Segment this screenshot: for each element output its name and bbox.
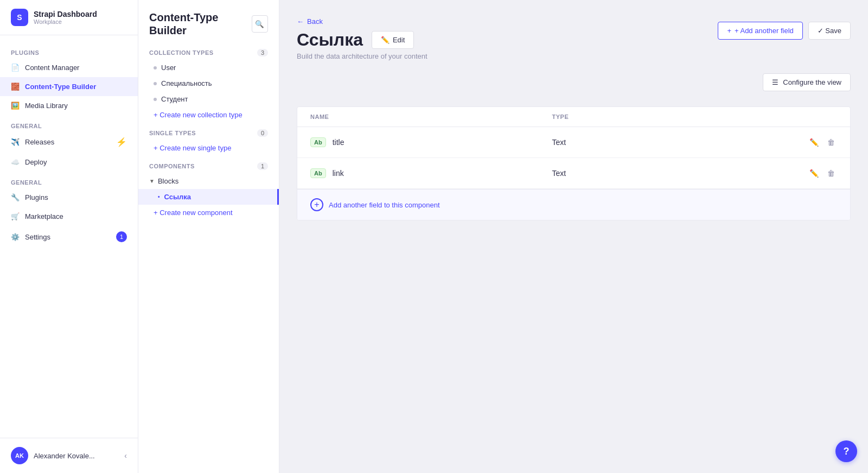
list-icon: ☰	[772, 78, 778, 86]
configure-view-button[interactable]: ☰ Configure the view	[763, 73, 851, 91]
sidebar-nav: PLUGINS 📄 Content Manager 🧱 Content-Type…	[0, 35, 138, 438]
blocks-group-toggle[interactable]: ▼ Blocks	[138, 173, 279, 189]
add-another-field-button[interactable]: + + Add another field	[718, 22, 802, 40]
middle-panel-nav: COLLECTION TYPES 3 User Специальность Ст…	[138, 42, 279, 473]
search-icon: 🔍	[255, 20, 264, 28]
app-workspace: Workplace	[34, 18, 97, 25]
sidebar-item-media-library[interactable]: 🖼️ Media Library	[0, 96, 138, 115]
single-types-label: SINGLE TYPES	[149, 130, 196, 136]
page-subtitle: Build the data architecture of your cont…	[297, 52, 427, 60]
add-field-to-component-label: Add another field to this component	[329, 201, 440, 209]
edit-field-title-button[interactable]: ✏️	[807, 136, 821, 149]
components-section: COMPONENTS 1	[138, 156, 279, 173]
plugins-icon: 🔧	[11, 193, 20, 201]
collection-type-specialnost[interactable]: Специальность	[138, 75, 279, 91]
type-column-header: TYPE	[552, 113, 794, 120]
general-section-label: GENERAL	[0, 115, 138, 131]
collection-type-student[interactable]: Студент	[138, 91, 279, 107]
create-single-type-link[interactable]: + Create new single type	[138, 140, 279, 156]
edit-field-link-button[interactable]: ✏️	[807, 167, 821, 180]
field-name-link: link	[333, 169, 344, 178]
sidebar-collapse-icon[interactable]: ‹	[124, 451, 127, 460]
sidebar-header: S Strapi Dashboard Workplace	[0, 0, 138, 35]
search-button[interactable]: 🔍	[252, 15, 268, 33]
create-collection-type-link[interactable]: + Create new collection type	[138, 107, 279, 123]
table-header: NAME TYPE	[297, 107, 850, 127]
actions-column-header	[794, 113, 837, 120]
settings-badge: 1	[116, 231, 127, 242]
middle-panel-header: Content-Type Builder 🔍	[138, 0, 279, 42]
media-library-icon: 🖼️	[11, 102, 20, 110]
settings-icon: ⚙️	[11, 233, 20, 241]
add-circle-icon: +	[310, 198, 323, 211]
single-types-section: SINGLE TYPES 0	[138, 123, 279, 140]
sidebar-item-content-manager[interactable]: 📄 Content Manager	[0, 58, 138, 77]
save-button[interactable]: ✓ Save	[808, 22, 851, 40]
middle-panel: Content-Type Builder 🔍 COLLECTION TYPES …	[138, 0, 279, 473]
field-type-title: Text	[552, 138, 794, 147]
collection-types-section: COLLECTION TYPES 3	[138, 42, 279, 60]
bullet-icon	[154, 66, 157, 70]
deploy-icon: ☁️	[11, 158, 20, 166]
content-manager-icon: 📄	[11, 64, 20, 72]
create-component-link[interactable]: + Create new component	[138, 205, 279, 220]
user-name: Alexander Kovale...	[34, 452, 119, 460]
plus-icon: +	[727, 27, 731, 35]
releases-icon: ✈️	[11, 138, 20, 146]
row-actions-link: ✏️ 🗑	[794, 167, 837, 180]
sidebar-item-content-type-builder[interactable]: 🧱 Content-Type Builder	[0, 77, 138, 96]
lightning-icon: ⚡	[116, 137, 127, 147]
sidebar-footer: AK Alexander Kovale... ‹	[0, 438, 138, 473]
main-content: ← Back Ссылка ✏️ Edit Build the data arc…	[279, 0, 868, 473]
page-title: Ссылка	[297, 30, 363, 50]
middle-panel-title: Content-Type Builder	[149, 11, 252, 37]
components-label: COMPONENTS	[149, 163, 195, 169]
field-type-link: Text	[552, 169, 794, 178]
sidebar: S Strapi Dashboard Workplace PLUGINS 📄 C…	[0, 0, 138, 473]
sidebar-item-deploy[interactable]: ☁️ Deploy	[0, 153, 138, 172]
content-type-builder-icon: 🧱	[11, 83, 20, 91]
sidebar-item-releases[interactable]: ✈️ Releases ⚡	[0, 131, 138, 153]
content-table: NAME TYPE Ab title Text ✏️ 🗑 Ab link Tex…	[297, 106, 851, 220]
single-types-count: 0	[257, 129, 268, 137]
sidebar-item-marketplace[interactable]: 🛒 Marketplace	[0, 207, 138, 226]
row-actions-title: ✏️ 🗑	[794, 136, 837, 149]
sidebar-item-settings[interactable]: ⚙️ Settings 1	[0, 226, 138, 248]
field-name-cell-title: Ab title	[310, 137, 552, 147]
collection-types-count: 3	[257, 49, 268, 56]
collection-types-label: COLLECTION TYPES	[149, 49, 214, 56]
name-column-header: NAME	[310, 113, 552, 120]
field-badge-title: Ab	[310, 137, 326, 147]
general2-section-label: GENERAL	[0, 172, 138, 188]
delete-field-link-button[interactable]: 🗑	[825, 167, 837, 180]
edit-icon: ✏️	[381, 36, 390, 44]
app-name: Strapi Dashboard	[34, 10, 97, 18]
table-row: Ab title Text ✏️ 🗑	[297, 127, 850, 158]
plugins-section-label: PLUGINS	[0, 42, 138, 58]
header-actions: + + Add another field ✓ Save	[718, 22, 851, 40]
sidebar-item-plugins[interactable]: 🔧 Plugins	[0, 188, 138, 207]
edit-button[interactable]: ✏️ Edit	[372, 31, 414, 49]
app-logo: S	[11, 9, 28, 26]
user-avatar: AK	[11, 447, 28, 464]
collection-type-user[interactable]: User	[138, 60, 279, 75]
bullet-icon	[154, 82, 157, 85]
component-ssylka[interactable]: • Ссылка	[138, 189, 279, 205]
configure-view-row: ☰ Configure the view	[297, 73, 851, 100]
components-count: 1	[257, 162, 268, 170]
field-name-title: title	[333, 138, 344, 147]
table-row: Ab link Text ✏️ 🗑	[297, 158, 850, 189]
active-bullet-icon: •	[158, 194, 160, 200]
chevron-down-icon: ▼	[149, 178, 155, 184]
delete-field-title-button[interactable]: 🗑	[825, 136, 837, 149]
content-header: ← Back Ссылка ✏️ Edit Build the data arc…	[297, 17, 851, 60]
marketplace-icon: 🛒	[11, 212, 20, 220]
add-field-to-component-row[interactable]: + Add another field to this component	[297, 189, 850, 220]
field-name-cell-link: Ab link	[310, 168, 552, 178]
help-button[interactable]: ?	[835, 440, 857, 462]
back-arrow-icon: ←	[297, 17, 304, 26]
field-badge-link: Ab	[310, 168, 326, 178]
bullet-icon	[154, 98, 157, 101]
back-link[interactable]: ← Back	[297, 17, 427, 26]
